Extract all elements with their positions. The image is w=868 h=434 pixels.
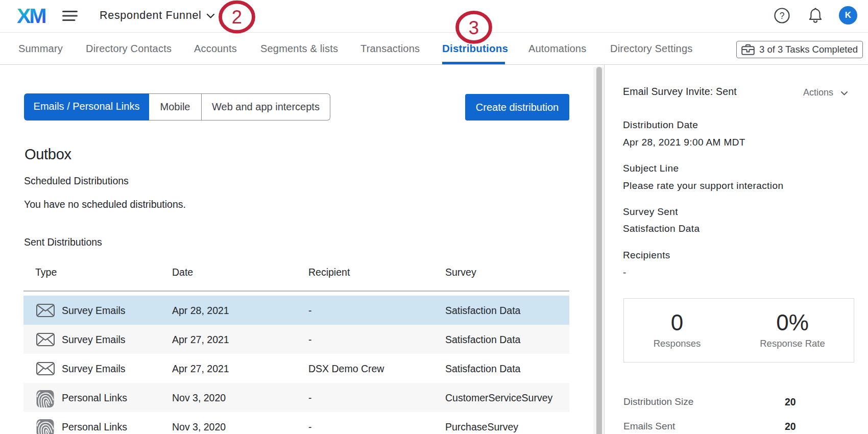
- svg-text:2: 2: [232, 7, 242, 28]
- svg-text:XM: XM: [17, 8, 45, 24]
- svg-text:3: 3: [469, 17, 479, 38]
- svg-text:?: ?: [780, 11, 785, 21]
